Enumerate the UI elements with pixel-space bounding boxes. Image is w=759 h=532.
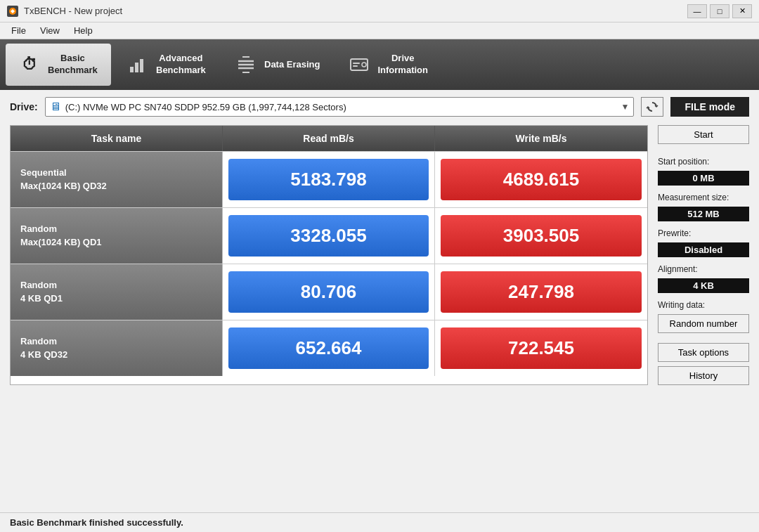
svg-point-5 (362, 63, 366, 67)
row2-write-cell: 3903.505 (435, 208, 647, 264)
refresh-icon (646, 100, 659, 113)
prewrite-value: Disabled (658, 242, 749, 257)
main-content: Drive: 🖥 (C:) NVMe WD PC SN740 SDDP 952.… (0, 90, 759, 392)
benchmark-area: Task name Read mB/s Write mB/s Sequentia… (10, 125, 749, 385)
row4-label: Random4 KB QD32 (11, 320, 223, 376)
drive-refresh-button[interactable] (641, 97, 663, 117)
title-bar: TxBENCH - New project — □ ✕ (0, 0, 759, 22)
drive-information-icon (348, 53, 370, 76)
drive-selector[interactable]: 🖥 (C:) NVMe WD PC SN740 SDDP 952.59 GB (… (45, 97, 635, 117)
svg-rect-3 (140, 59, 143, 72)
close-button[interactable]: ✕ (732, 4, 752, 18)
toolbar: ⏱ BasicBenchmark AdvancedBenchmark Data … (0, 39, 759, 90)
header-task-name: Task name (11, 126, 223, 151)
window-controls: — □ ✕ (687, 4, 752, 18)
drive-dropdown-arrow: ▼ (621, 102, 630, 112)
status-text: Basic Benchmark finished successfully. (10, 517, 183, 528)
benchmark-table: Task name Read mB/s Write mB/s Sequentia… (10, 125, 648, 385)
tab-drive-information[interactable]: DriveInformation (335, 44, 441, 86)
row3-label: Random4 KB QD1 (11, 264, 223, 320)
row4-read-value: 652.664 (228, 327, 429, 369)
minimize-button[interactable]: — (687, 4, 707, 18)
drive-row: Drive: 🖥 (C:) NVMe WD PC SN740 SDDP 952.… (10, 97, 749, 117)
alignment-label: Alignment: (658, 264, 749, 274)
menu-file[interactable]: File (4, 24, 33, 37)
svg-rect-6 (353, 63, 360, 64)
right-panel: Start Start position: 0 MB Measurement s… (658, 125, 749, 385)
tab-advanced-benchmark[interactable]: AdvancedBenchmark (114, 44, 219, 86)
start-button[interactable]: Start (658, 125, 749, 144)
app-title: TxBENCH - New project (24, 6, 122, 16)
table-row: Random4 KB QD32 652.664 722.545 (11, 320, 647, 376)
start-position-value: 0 MB (658, 171, 749, 186)
menu-view[interactable]: View (33, 24, 67, 37)
row2-read-cell: 3328.055 (223, 208, 435, 264)
table-row: SequentialMax(1024 KB) QD32 5183.798 468… (11, 151, 647, 207)
data-erasing-label: Data Erasing (264, 59, 320, 71)
row4-read-cell: 652.664 (223, 320, 435, 376)
row1-label: SequentialMax(1024 KB) QD32 (11, 152, 223, 207)
drive-select-text: (C:) NVMe WD PC SN740 SDDP 952.59 GB (1,… (65, 102, 617, 112)
row1-write-value: 4689.615 (441, 159, 642, 200)
menu-help[interactable]: Help (67, 24, 100, 37)
advanced-benchmark-label: AdvancedBenchmark (156, 53, 206, 77)
row4-write-value: 722.545 (441, 327, 642, 369)
data-erasing-icon (235, 53, 257, 76)
tab-basic-benchmark[interactable]: ⏱ BasicBenchmark (6, 44, 111, 86)
title-bar-left: TxBENCH - New project (7, 6, 122, 17)
svg-rect-7 (353, 65, 358, 67)
prewrite-label: Prewrite: (658, 228, 749, 238)
header-write: Write mB/s (435, 126, 647, 151)
tab-data-erasing[interactable]: Data Erasing (222, 44, 332, 86)
table-row: Random4 KB QD1 80.706 247.798 (11, 264, 647, 320)
row3-write-cell: 247.798 (435, 264, 647, 320)
maximize-button[interactable]: □ (710, 4, 729, 18)
drive-icon: 🖥 (50, 100, 61, 113)
measurement-size-label: Measurement size: (658, 193, 749, 202)
row2-read-value: 3328.055 (228, 215, 429, 257)
row4-write-cell: 722.545 (435, 320, 647, 376)
row2-label: RandomMax(1024 KB) QD1 (11, 208, 223, 264)
row3-write-value: 247.798 (441, 271, 642, 313)
app-icon (7, 6, 18, 17)
svg-rect-4 (351, 59, 368, 70)
menu-bar: File View Help (0, 22, 759, 39)
table-row: RandomMax(1024 KB) QD1 3328.055 3903.505 (11, 207, 647, 264)
writing-data-label: Writing data: (658, 300, 749, 310)
advanced-benchmark-icon (126, 53, 149, 76)
alignment-value: 4 KB (658, 278, 749, 293)
task-options-button[interactable]: Task options (658, 343, 749, 362)
history-button[interactable]: History (658, 366, 749, 385)
row3-read-cell: 80.706 (223, 264, 435, 320)
row1-read-cell: 5183.798 (223, 152, 435, 207)
basic-benchmark-icon: ⏱ (18, 53, 41, 76)
row1-read-value: 5183.798 (228, 159, 429, 200)
row2-write-value: 3903.505 (441, 215, 642, 257)
start-position-label: Start position: (658, 157, 749, 167)
drive-information-label: DriveInformation (377, 53, 428, 77)
status-bar: Basic Benchmark finished successfully. (0, 512, 759, 532)
svg-rect-2 (135, 63, 138, 72)
basic-benchmark-label: BasicBenchmark (48, 53, 98, 77)
header-read: Read mB/s (223, 126, 435, 151)
writing-data-button[interactable]: Random number (658, 314, 749, 333)
row3-read-value: 80.706 (228, 271, 429, 313)
drive-label: Drive: (10, 101, 38, 112)
file-mode-button[interactable]: FILE mode (670, 97, 749, 117)
table-header: Task name Read mB/s Write mB/s (11, 126, 647, 151)
row1-write-cell: 4689.615 (435, 152, 647, 207)
svg-rect-1 (130, 67, 134, 72)
measurement-size-value: 512 MB (658, 207, 749, 221)
